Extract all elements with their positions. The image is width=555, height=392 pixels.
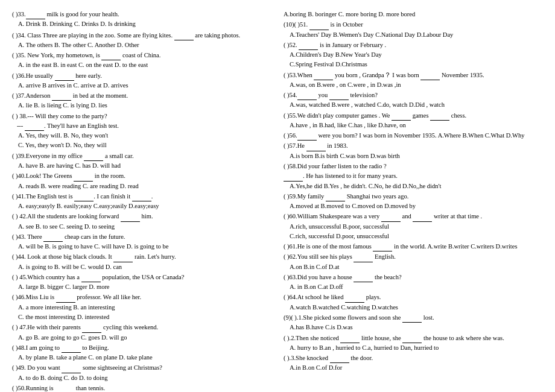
- question-item: A.boring B. boringer C. more boring D. m…: [284, 10, 543, 19]
- question-item: ( )50.Running is than tennis.: [12, 384, 271, 392]
- question-item: ( )53.When you born , Grandpa？ I was bor…: [284, 71, 543, 90]
- question-item: ( )58.Did your father listen to the radi…: [284, 162, 543, 191]
- question-item: ( )37.Anderson in bed at the moment.A. l…: [12, 91, 271, 111]
- question-item: ( )57.He in 1983.A.is born B.is birth C.…: [284, 141, 543, 161]
- question-item: (10)( )51. is in OctoberA.Teachers' Day …: [284, 20, 543, 40]
- question-item: ( ) 45.Which country has a population, t…: [12, 273, 271, 292]
- question-item: ( )52. is in January or February .A.Chil…: [284, 40, 543, 70]
- question-item: ( )40.Look! The Greens in the room.A. re…: [12, 171, 271, 191]
- question-item: ( )63.Did you have a house the beach?A. …: [284, 273, 543, 292]
- question-item: ( )59.My family Shanghai two years ago.A…: [284, 192, 543, 212]
- question-item: (9)( ).1.She picked some flowers and soo…: [284, 313, 543, 333]
- question-item: ( )39.Everyone in my office a small car.…: [12, 151, 271, 171]
- question-item: ( )33. milk is good for your health.A. D…: [12, 10, 271, 30]
- question-item: ( )49. Do you want some sightseeing at C…: [12, 363, 271, 383]
- question-item: ( )44. Look at those big black clouds. I…: [12, 252, 271, 272]
- question-item: ( )46.Miss Liu is professor. We all like…: [12, 292, 271, 322]
- question-item: ( )56. were you born? I was born in Nove…: [284, 131, 543, 141]
- question-item: ( )36.He usually here early.A. arrive B …: [12, 71, 271, 91]
- question-item: ( ) 42.All the students are looking forw…: [12, 212, 271, 232]
- question-item: ( )35. New York, my hometown, is coast o…: [12, 51, 271, 71]
- left-column: ( )33. milk is good for your health.A. D…: [12, 10, 271, 392]
- question-item: ( ).2.Then she noticed little house, she…: [284, 334, 543, 353]
- question-item: ( )55.We didn't play computer games . We…: [284, 111, 543, 131]
- question-item: ( )60.William Shakespeare was a very and…: [284, 212, 543, 241]
- question-item: ( )43. There cheap cars in the future.A.…: [12, 232, 271, 252]
- question-item: ( ) 38.--- Will they come to the party? …: [12, 112, 271, 151]
- question-item: ( )48.I am going to to Beijing.A. by pla…: [12, 343, 271, 363]
- question-item: ( )62.You still see his plays English.A.…: [284, 252, 543, 272]
- right-column: A.boring B. boringer C. more boring D. m…: [284, 10, 543, 392]
- question-item: ( )34. Class Three are playing in the zo…: [12, 30, 271, 51]
- question-item: ( )61.He is one of the most famous in th…: [284, 242, 543, 251]
- question-item: ( )54. you television?A.was, watched B.w…: [284, 90, 543, 110]
- question-item: ( )41.The English test is . I can finish…: [12, 192, 271, 212]
- question-item: ( ) 47.He with their parents cycling thi…: [12, 323, 271, 343]
- question-item: ( )64.At school he liked plays.A.watch B…: [284, 292, 543, 312]
- question-item: ( ).3.She knocked the door.A.in B.on C.o…: [284, 353, 543, 373]
